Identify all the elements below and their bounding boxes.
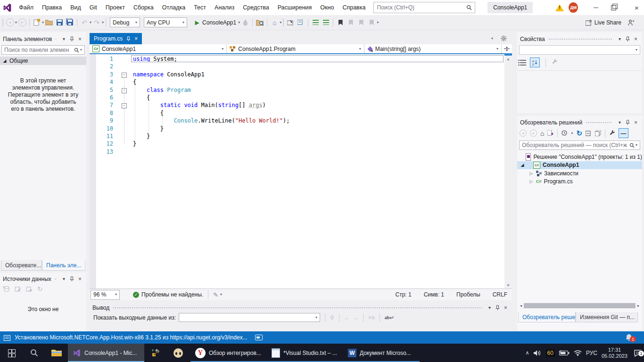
data-sources-pin-icon[interactable] [68,275,75,282]
hscroll-left-icon[interactable]: ◂ [518,304,524,308]
collapsed-icon[interactable]: ▷ [529,179,534,184]
notifications-bell-icon[interactable]: 1 [625,334,633,341]
prev-message-icon[interactable]: ← [344,314,350,321]
se-collapse-all-icon[interactable] [586,130,592,136]
tray-expand-chevron-icon[interactable]: ∧ [525,350,529,356]
taskbar-visual-studio[interactable]: ConsoleApp1 - Mic... [68,344,144,362]
code-line[interactable]: 13 [90,148,504,156]
language-indicator[interactable]: РУС [586,350,597,356]
redo-dropdown-icon[interactable]: ▾ [102,21,104,25]
code-line[interactable]: 4{ [90,78,504,86]
data-sources-close-icon[interactable]: × [76,275,83,282]
code-line[interactable]: 11 } [90,132,504,140]
decrease-indent-icon[interactable] [310,17,321,28]
tree-row-programcs[interactable]: ▷ C# Program.cs [517,178,642,186]
alphabetical-sort-icon[interactable]: AZ [530,58,540,67]
code-text[interactable]: } [132,132,150,140]
menu-build[interactable]: Сборка [129,0,158,15]
property-pages-wrench-icon[interactable] [552,59,558,66]
code-text[interactable]: { [132,109,164,117]
data-sources-options-icon[interactable]: ▾ [60,275,67,282]
run-icon[interactable]: ▶ [192,17,202,28]
hot-reload-icon[interactable] [240,17,250,28]
find-message-icon[interactable]: ⚲ [330,314,334,321]
home-icon[interactable]: ⌂ [269,17,280,28]
menu-extensions[interactable]: Расширения [273,0,316,15]
code-editor[interactable]: 1using System;23-namespace ConsoleApp14{… [90,54,512,288]
nav-type-select[interactable]: ConsoleApp1.Program ▾ [227,44,364,53]
code-line[interactable]: 10 } [90,125,504,132]
taskbar-game-tools[interactable] [144,344,167,362]
feedback-icon[interactable] [626,17,636,28]
se-forward-icon[interactable]: ▸ [530,130,537,137]
taskbar-notepad[interactable]: *Visual Studio.txt – ... [267,344,343,362]
close-button[interactable]: × [629,0,644,15]
code-line[interactable]: 1using System; [90,55,504,63]
fold-margin[interactable]: - [117,71,132,78]
live-share-icon[interactable] [584,17,594,28]
code-text[interactable]: static void Main(string[] args) [132,101,266,109]
code-text[interactable]: using System; [132,55,177,63]
code-text[interactable]: { [132,94,150,101]
menu-edit[interactable]: Правка [38,0,66,15]
menu-view[interactable]: Вид [66,0,85,15]
tabstrip-settings-gear-icon[interactable] [501,35,507,41]
code-text[interactable]: } [132,140,136,148]
tree-row-dependencies[interactable]: ▷ Зависимости [517,169,642,178]
properties-object-select[interactable]: ▾ [519,45,640,55]
se-properties-wrench-icon[interactable] [609,130,615,136]
se-show-all-files-icon[interactable] [595,130,601,136]
categorized-icon[interactable] [520,60,526,66]
scroll-up-icon[interactable]: ▲ [504,56,512,62]
properties-close-icon[interactable]: × [632,35,639,42]
menu-project[interactable]: Проект [101,0,129,15]
collapse-region-icon[interactable]: - [122,73,127,78]
toolbox-search-icon[interactable] [74,48,79,53]
search-icon[interactable] [466,5,472,10]
status-message[interactable]: Установлено Microsoft.NETCore.App.Host.w… [15,334,248,341]
toolbar-grip-2[interactable] [282,18,284,27]
code-text[interactable] [132,148,133,156]
caret-line-indicator[interactable]: Стр: 1 [396,291,412,298]
code-line[interactable]: 5- class Program [90,86,504,94]
collapsed-icon[interactable]: ▷ [529,171,534,176]
word-wrap-icon[interactable]: ab↵ [385,314,395,321]
se-horizontal-scrollbar[interactable]: ◂ ▸ [518,302,641,309]
navigate-forward-icon[interactable]: ▸ [17,17,27,28]
solution-search-icon[interactable] [629,143,635,148]
tab-close-icon[interactable]: × [134,35,138,42]
user-avatar[interactable]: ДМ [569,2,578,13]
minimize-button[interactable] [588,0,603,15]
code-line[interactable]: 3-namespace ConsoleApp1 [90,71,504,78]
toggle-bookmark-icon[interactable] [335,17,346,28]
taskbar-word[interactable]: W Документ Microso... [343,344,420,362]
next-message-icon[interactable]: → [353,314,358,321]
hscroll-right-icon[interactable]: ▸ [636,304,641,308]
tab-pin-icon[interactable] [126,36,131,41]
volume-icon[interactable] [534,350,542,356]
toolbox-section-general[interactable]: ◢ Общие [0,57,86,65]
code-line[interactable]: 6 { [90,94,504,101]
tabstrip-dropdown-icon[interactable]: ▾ [491,37,493,41]
battery-icon[interactable] [559,350,570,356]
code-line[interactable]: 12} [90,140,504,148]
solution-explorer-close-icon[interactable]: × [632,119,639,126]
add-data-source-icon[interactable] [3,286,10,292]
notification-warning-icon[interactable]: ! [555,4,564,11]
taskbar-game-isaac[interactable] [167,344,190,362]
code-text[interactable]: Console.WriteLine("Hello World!"); [132,117,289,124]
configure-data-source-icon[interactable] [15,286,21,292]
select-element-icon[interactable] [285,17,296,28]
menu-debug[interactable]: Отладка [158,0,190,15]
menu-window[interactable]: Окно [316,0,338,15]
code-line[interactable]: 2 [90,63,504,70]
properties-options-icon[interactable]: ▾ [616,35,623,42]
se-pending-changes-icon[interactable] [561,130,568,136]
code-text[interactable]: class Program [132,86,191,94]
refresh-data-source-icon[interactable]: ↻ [37,285,43,293]
split-editor-button[interactable]: ▴ ▾ [501,44,512,53]
tab-git-changes[interactable]: Изменения Git — п... [576,312,638,322]
status-detail-icon[interactable] [255,335,263,340]
code-text[interactable]: } [132,125,164,132]
menu-tools[interactable]: Средства [239,0,273,15]
